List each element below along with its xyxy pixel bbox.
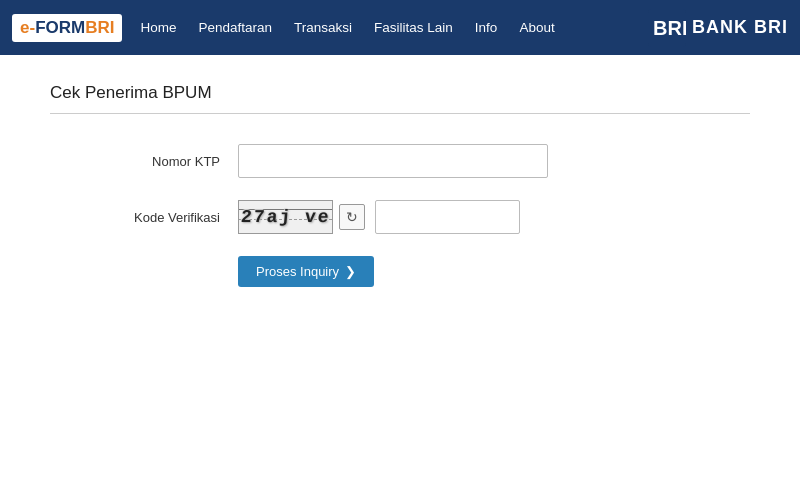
nomor-ktp-label: Nomor KTP — [90, 154, 220, 169]
brand-bri: BRI — [85, 18, 114, 38]
nav-fasilitas-lain[interactable]: Fasilitas Lain — [374, 20, 453, 35]
nav-info[interactable]: Info — [475, 20, 498, 35]
form-section: Nomor KTP Kode Verifikasi 27aj ve ↻ Pros… — [50, 144, 750, 287]
brand-e: e- — [20, 18, 35, 38]
nav-links: Home Pendaftaran Transaksi Fasilitas Lai… — [140, 20, 648, 35]
nav-pendaftaran[interactable]: Pendaftaran — [198, 20, 272, 35]
kode-verifikasi-row: Kode Verifikasi 27aj ve ↻ — [90, 200, 750, 234]
captcha-input[interactable] — [375, 200, 520, 234]
main-content: Cek Penerima BPUM Nomor KTP Kode Verifik… — [0, 55, 800, 315]
bank-bri-logo: BRI BANK BRI — [648, 9, 788, 47]
nomor-ktp-row: Nomor KTP — [90, 144, 750, 178]
page-title: Cek Penerima BPUM — [50, 83, 750, 114]
captcha-container: 27aj ve ↻ — [238, 200, 520, 234]
captcha-refresh-button[interactable]: ↻ — [339, 204, 365, 230]
svg-text:BRI: BRI — [653, 17, 686, 39]
bri-icon: BRI — [648, 9, 686, 47]
brand-logo[interactable]: e-FORMBRI — [12, 14, 122, 42]
captcha-text: 27aj ve — [240, 207, 331, 227]
brand-form: FORM — [35, 18, 85, 38]
nav-home[interactable]: Home — [140, 20, 176, 35]
nav-transaksi[interactable]: Transaksi — [294, 20, 352, 35]
nav-about[interactable]: About — [519, 20, 554, 35]
bank-name: BANK BRI — [692, 17, 788, 38]
proses-inquiry-button[interactable]: Proses Inquiry ❯ — [238, 256, 374, 287]
proses-inquiry-label: Proses Inquiry — [256, 264, 339, 279]
chevron-right-icon: ❯ — [345, 264, 356, 279]
navbar: e-FORMBRI Home Pendaftaran Transaksi Fas… — [0, 0, 800, 55]
captcha-image: 27aj ve — [238, 200, 333, 234]
nomor-ktp-input[interactable] — [238, 144, 548, 178]
kode-verifikasi-label: Kode Verifikasi — [90, 210, 220, 225]
